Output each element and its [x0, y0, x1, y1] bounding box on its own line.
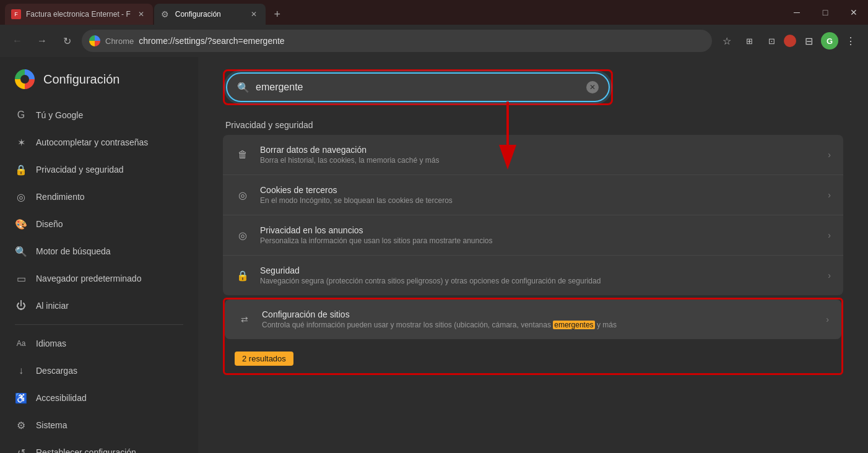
sistema-icon: ⚙ [15, 419, 27, 431]
new-tab-button[interactable]: + [267, 4, 288, 25]
settings-item-cookies[interactable]: ◎ Cookies de terceros En el modo Incógni… [223, 175, 843, 215]
cookies-title: Cookies de terceros [260, 185, 818, 195]
highlighted-settings-list: ⇄ Configuración de sitios Controla qué i… [225, 300, 841, 339]
config-sitios-desc-after: y más [595, 321, 617, 329]
emergentes-highlight: emergentes [553, 321, 594, 329]
sidebar-item-descargas-label: Descargas [36, 366, 77, 376]
settings-logo [15, 69, 35, 89]
maximize-button[interactable]: □ [811, 0, 840, 25]
borrar-datos-icon: 🗑 [235, 147, 250, 162]
seguridad-arrow: › [828, 270, 831, 280]
cookies-desc: En el modo Incógnito, se bloquean las co… [260, 196, 818, 205]
sidebar-item-tu-y-google[interactable]: G Tú y Google [0, 101, 188, 129]
config-sitios-title: Configuración de sitios [262, 309, 816, 319]
sidebar-item-sistema[interactable]: ⚙ Sistema [0, 412, 188, 439]
back-button[interactable]: ← [7, 31, 27, 51]
sidebar-item-autocompletar-label: Autocompletar y contraseñas [36, 137, 148, 147]
disenio-icon: 🎨 [15, 218, 27, 230]
sidebar-item-restablecer[interactable]: ↺ Restablecer configuración [0, 439, 188, 453]
tab-2-close[interactable]: ✕ [248, 9, 259, 20]
privacidad-anuncios-arrow: › [828, 230, 831, 240]
sidebar-item-al-iniciar-label: Al iniciar [36, 301, 69, 311]
settings-list: 🗑 Borrar datos de navegación Borra el hi… [223, 135, 843, 295]
sidebar-item-autocompletar[interactable]: ✶ Autocompletar y contraseñas [0, 129, 188, 156]
sidebar-item-accesibilidad-label: Accesibilidad [36, 393, 87, 403]
settings-item-seguridad[interactable]: 🔒 Seguridad Navegación segura (protecció… [223, 256, 843, 295]
sidebar-item-disenio-label: Diseño [36, 219, 63, 229]
red-arrow-svg [489, 101, 526, 176]
accesibilidad-icon: ♿ [15, 392, 27, 404]
chrome-icon [89, 35, 100, 46]
sidebar-item-sistema-label: Sistema [36, 420, 67, 430]
sidebar-item-al-iniciar[interactable]: ⏻ Al iniciar [0, 292, 188, 319]
sidebar: Configuración G Tú y Google ✶ Autocomple… [0, 57, 198, 453]
privacidad-anuncios-text: Privacidad en los anuncios Personaliza l… [260, 225, 818, 245]
sidebar-item-tu-y-google-label: Tú y Google [36, 110, 83, 120]
sidebar-item-descargas[interactable]: ↓ Descargas [0, 357, 188, 384]
highlighted-annotation-box: ⇄ Configuración de sitios Controla qué i… [223, 298, 843, 375]
rendimiento-icon: ◎ [15, 191, 27, 203]
tab-1[interactable]: F Factura electronica Enternet - F ✕ [5, 4, 153, 25]
search-box[interactable]: 🔍 ✕ [226, 72, 610, 102]
content-area: 🔍 ✕ Privacidad y seguridad 🗑 [198, 57, 868, 453]
sidebar-item-disenio[interactable]: 🎨 Diseño [0, 210, 188, 238]
sidebar-item-navegador-label: Navegador predeterminado [36, 274, 141, 283]
sidebar-item-privacidad-label: Privacidad y seguridad [36, 165, 124, 175]
profile-menu-button[interactable]: ⊟ [799, 31, 818, 51]
tab-1-favicon: F [11, 9, 21, 19]
seguridad-icon: 🔒 [235, 268, 250, 283]
tab-2[interactable]: ⚙ Configuración ✕ [154, 4, 266, 25]
settings-item-borrar-datos[interactable]: 🗑 Borrar datos de navegación Borra el hi… [223, 135, 843, 175]
sidebar-item-privacidad[interactable]: 🔒 Privacidad y seguridad [0, 156, 188, 183]
address-text: chrome://settings/?search=emergente [139, 36, 705, 46]
tab-1-title: Factura electronica Enternet - F [26, 10, 131, 19]
borrar-datos-title: Borrar datos de navegación [260, 145, 818, 155]
results-container: 2 resultados [225, 339, 841, 373]
sidebar-item-rendimiento-label: Rendimiento [36, 192, 85, 202]
minimize-button[interactable]: ─ [783, 0, 811, 25]
close-button[interactable]: ✕ [840, 0, 868, 25]
tab-1-close[interactable]: ✕ [136, 9, 147, 20]
seguridad-title: Seguridad [260, 265, 818, 275]
forward-button[interactable]: → [32, 31, 52, 51]
sidebar-item-accesibilidad[interactable]: ♿ Accesibilidad [0, 384, 188, 412]
sidebar-item-rendimiento[interactable]: ◎ Rendimiento [0, 183, 188, 210]
address-bar[interactable]: Chrome chrome://settings/?search=emergen… [82, 30, 712, 52]
settings-item-privacidad-anuncios[interactable]: ◎ Privacidad en los anuncios Personaliza… [223, 215, 843, 256]
profile-button[interactable]: G [821, 32, 838, 50]
borrar-datos-text: Borrar datos de navegación Borra el hist… [260, 145, 818, 165]
privacidad-anuncios-title: Privacidad en los anuncios [260, 225, 818, 235]
al-iniciar-icon: ⏻ [15, 300, 27, 312]
config-sitios-desc: Controla qué información pueden usar y m… [262, 321, 816, 329]
reload-button[interactable]: ↻ [57, 31, 77, 51]
search-input[interactable] [256, 82, 580, 93]
navegador-icon: ▭ [15, 272, 27, 285]
search-clear-button[interactable]: ✕ [586, 81, 599, 93]
more-button[interactable]: ⋮ [841, 31, 861, 51]
sidebar-item-navegador[interactable]: ▭ Navegador predeterminado [0, 265, 188, 292]
privacidad-icon: 🔒 [15, 163, 27, 176]
sidebar-item-motor-busqueda-label: Motor de búsqueda [36, 246, 111, 256]
results-badge: 2 resultados [235, 352, 293, 366]
borrar-datos-arrow: › [828, 150, 831, 160]
settings-item-config-sitios[interactable]: ⇄ Configuración de sitios Controla qué i… [225, 300, 841, 339]
sidebar-item-motor-busqueda[interactable]: 🔍 Motor de búsqueda [0, 238, 188, 265]
config-sitios-icon: ⇄ [237, 312, 252, 327]
sidebar-item-idiomas[interactable]: Aa Idiomas [0, 330, 188, 357]
autocompletar-icon: ✶ [15, 136, 27, 149]
borrar-datos-desc: Borra el historial, las cookies, la memo… [260, 156, 818, 165]
seguridad-desc: Navegación segura (protección contra sit… [260, 277, 818, 285]
sidebar-item-restablecer-label: Restablecer configuración [36, 447, 136, 453]
search-annotation-box: 🔍 ✕ [223, 69, 613, 105]
sidebar-divider [15, 324, 183, 325]
idiomas-icon: Aa [15, 337, 27, 350]
tab-bar: F Factura electronica Enternet - F ✕ ⚙ C… [0, 0, 288, 25]
chrome-label: Chrome [105, 37, 134, 46]
titlebar: F Factura electronica Enternet - F ✕ ⚙ C… [0, 0, 868, 25]
sidebar-item-idiomas-label: Idiomas [36, 339, 66, 348]
download-button[interactable]: ⊡ [762, 31, 781, 51]
bookmark-button[interactable]: ☆ [717, 31, 737, 51]
privacidad-anuncios-desc: Personaliza la información que usan los … [260, 236, 818, 245]
extensions-button[interactable]: ⊞ [739, 31, 759, 51]
motor-busqueda-icon: 🔍 [15, 245, 27, 257]
